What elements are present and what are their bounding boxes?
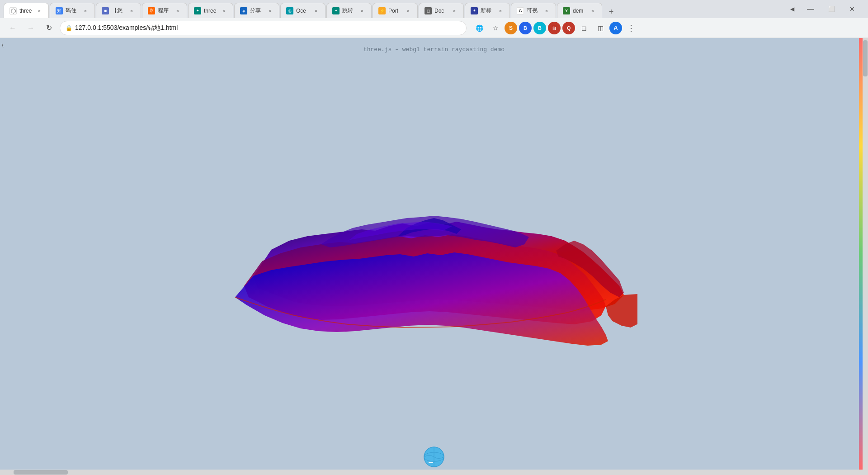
tab-close-9[interactable]: × [405, 7, 412, 14]
tab-maju[interactable]: 知 码住 × [50, 3, 95, 18]
tab-new[interactable]: ✦ 新标 × [465, 3, 510, 18]
bing-extension-icon[interactable]: B [533, 22, 546, 34]
tab-close-11[interactable]: × [497, 7, 504, 14]
tab-favicon-3: ■ [102, 7, 109, 14]
scrollbar-thumb[interactable] [863, 40, 868, 76]
scrollbar-thumb-h[interactable] [14, 470, 68, 475]
tab-title-10: Doc [434, 8, 449, 14]
address-text: 127.0.0.1:5503/examples/钻地1.html [75, 24, 461, 32]
tab-favicon-2: 知 [56, 7, 63, 14]
tab-favicon-12: G [517, 7, 524, 14]
tab-favicon-4: 彩 [148, 7, 155, 14]
tab-close-1[interactable]: × [36, 7, 43, 14]
tab-jump[interactable]: ✦ 跳转 × [326, 3, 372, 18]
tab-port[interactable]: ⚡ Port × [373, 3, 418, 18]
scrollbar-horizontal[interactable] [0, 470, 863, 475]
title-bar: ◯ three × 知 码住 × ■ 【您 × 彩 程序 × [0, 0, 868, 18]
tab-favicon-5: ✦ [194, 7, 201, 14]
tab-title-5: three [204, 8, 218, 14]
tab-close-8[interactable]: × [359, 7, 366, 14]
mini-globe [423, 446, 445, 468]
tab-favicon-6: ◈ [240, 7, 247, 14]
terrain-visualization [231, 177, 637, 336]
tab-title-7: Oce [296, 8, 311, 14]
tab-title-3: 【您 [112, 7, 126, 14]
tab-favicon-10: ◻ [425, 7, 432, 14]
tab-title-12: 可视 [527, 7, 541, 14]
tab-favicon-9: ⚡ [378, 7, 386, 14]
tab-visual[interactable]: G 可视 × [511, 3, 556, 18]
chrome-tabs-left-button[interactable]: ◀ [785, 2, 799, 16]
tab-ocean[interactable]: ◎ Oce × [280, 3, 326, 18]
scrollbar-vertical[interactable] [863, 38, 868, 475]
tab-title-4: 程序 [158, 7, 172, 14]
tab-nin[interactable]: ■ 【您 × [96, 3, 141, 18]
maximize-button[interactable]: ⬜ [821, 2, 842, 16]
tab-title-6: 分享 [250, 7, 264, 14]
profile-icon[interactable]: A [609, 22, 622, 34]
tab-doc[interactable]: ◻ Doc × [419, 3, 464, 18]
forward-icon: → [27, 24, 34, 32]
tab-favicon-7: ◎ [286, 7, 293, 14]
new-tab-button[interactable]: + [605, 5, 618, 18]
tab-favicon-13: Y [563, 7, 570, 14]
tab-dem[interactable]: Y dem × [557, 3, 602, 18]
tab-share[interactable]: ◈ 分享 × [234, 3, 279, 18]
back-icon: ← [9, 24, 16, 32]
qq-extension-icon[interactable]: Q [562, 22, 575, 34]
sohu-extension-icon[interactable]: S [505, 22, 517, 34]
tab-close-6[interactable]: × [266, 7, 274, 14]
browser-frame: ◯ three × 知 码住 × ■ 【您 × 彩 程序 × [0, 0, 868, 475]
tab-title-8: 跳转 [342, 7, 357, 14]
webpage-content: \ three.js – webgl terrain raycasting de… [0, 38, 868, 475]
translate-icon[interactable]: 🌐 [472, 21, 486, 35]
close-window-button[interactable]: ✕ [842, 2, 863, 16]
tab-close-3[interactable]: × [128, 7, 135, 14]
reload-button[interactable]: ↻ [42, 21, 56, 35]
toolbar-actions: 🌐 ☆ S B B 百 Q ◻ ◫ A ⋮ [472, 21, 638, 35]
tab-close-13[interactable]: × [589, 7, 596, 14]
reload-icon: ↻ [46, 24, 52, 32]
tab-title-11: 新标 [481, 7, 495, 14]
baidu-extension-icon[interactable]: B [519, 22, 532, 34]
extensions-icon[interactable]: ◻ [577, 21, 591, 35]
back-button[interactable]: ← [5, 21, 20, 35]
tab-three-2[interactable]: ✦ three × [188, 3, 233, 18]
baidu2-extension-icon[interactable]: 百 [548, 22, 561, 34]
tab-three-1[interactable]: ◯ three × [4, 3, 49, 18]
tabs-area: ◯ three × 知 码住 × ■ 【您 × 彩 程序 × [4, 0, 785, 18]
address-bar[interactable]: 🔒 127.0.0.1:5503/examples/钻地1.html [60, 21, 467, 35]
tab-close-7[interactable]: × [312, 7, 320, 14]
left-indicator: \ [2, 43, 3, 49]
bookmark-star-icon[interactable]: ☆ [488, 21, 503, 35]
tab-close-10[interactable]: × [451, 7, 458, 14]
page-title: three.js – webgl terrain raycasting demo [363, 46, 505, 53]
tab-title-2: 码住 [66, 7, 80, 14]
tab-close-2[interactable]: × [82, 7, 89, 14]
terrain-svg [231, 177, 637, 349]
navigation-toolbar: ← → ↻ 🔒 127.0.0.1:5503/examples/钻地1.html… [0, 18, 868, 38]
tab-favicon-1: ◯ [9, 7, 17, 14]
tab-favicon-8: ✦ [332, 7, 340, 14]
tab-chengxu[interactable]: 彩 程序 × [142, 3, 187, 18]
tab-title-13: dem [573, 8, 587, 14]
forward-button[interactable]: → [24, 21, 38, 35]
tab-favicon-11: ✦ [471, 7, 478, 14]
tab-close-12[interactable]: × [543, 7, 550, 14]
tab-close-5[interactable]: × [220, 7, 227, 14]
tab-close-4[interactable]: × [174, 7, 181, 14]
tab-title-1: three [19, 8, 34, 14]
chrome-menu-icon[interactable]: ⋮ [624, 21, 638, 35]
lock-icon: 🔒 [66, 25, 72, 31]
minimize-button[interactable]: — [800, 2, 821, 16]
color-bar [859, 38, 863, 470]
sidebar-icon[interactable]: ◫ [593, 21, 608, 35]
tab-title-9: Port [388, 8, 403, 14]
